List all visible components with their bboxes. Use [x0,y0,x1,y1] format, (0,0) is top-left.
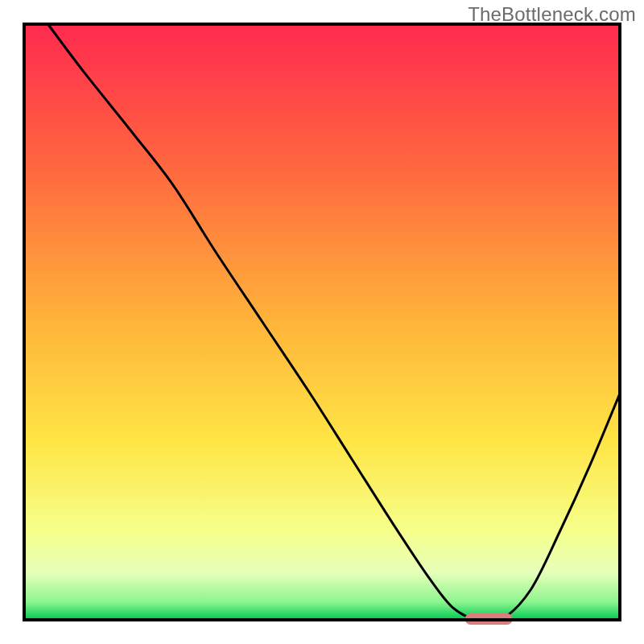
bottleneck-chart: TheBottleneck.com [0,0,644,644]
watermark-text: TheBottleneck.com [468,3,636,26]
gradient-background [24,24,620,620]
chart-canvas [0,0,644,644]
